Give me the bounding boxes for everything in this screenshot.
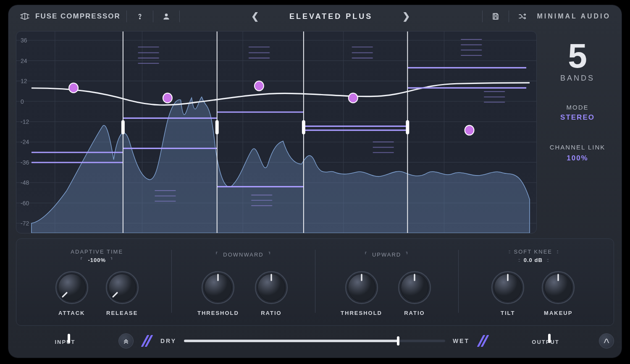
wet-label: WET [453, 338, 470, 344]
db-tick: -60 [21, 199, 29, 206]
adaptive-time-label: ADAPTIVE TIME [71, 249, 123, 255]
makeup-knob[interactable]: MAKEUP [540, 270, 576, 316]
input-expand-button[interactable] [118, 333, 134, 348]
divider [509, 10, 509, 22]
dry-label: DRY [160, 338, 176, 344]
brand-label: MINIMAL AUDIO [537, 13, 611, 20]
output-curve [32, 83, 530, 105]
svg-point-3 [139, 18, 140, 19]
db-tick: 24 [21, 57, 27, 64]
spectrum-analyser[interactable]: 3624120-12-24-36-48-60-72 [16, 31, 537, 233]
output-label: OUTPUT [532, 339, 559, 345]
preset-prev-button[interactable]: ❮ [251, 11, 260, 22]
decoration-stripes [475, 335, 491, 347]
db-tick: 0 [21, 98, 24, 105]
app-logo-icon [19, 12, 30, 21]
decoration-stripes [139, 335, 155, 347]
threshold-knob[interactable]: THRESHOLD [341, 270, 382, 316]
db-tick: 12 [21, 78, 27, 84]
db-tick: -36 [21, 159, 29, 166]
db-tick: -24 [21, 139, 29, 145]
channel-link-label: CHANNEL LINK [543, 143, 612, 152]
db-tick: -72 [21, 220, 29, 227]
band-split-handle[interactable] [302, 120, 305, 134]
input-label: INPUT [55, 339, 76, 345]
divider [458, 250, 459, 313]
bands-label: BANDS [543, 74, 612, 83]
db-tick: -12 [21, 118, 29, 125]
account-button[interactable] [159, 9, 173, 24]
release-knob[interactable]: RELEASE [104, 270, 140, 316]
db-tick: 36 [21, 37, 27, 44]
preset-next-button[interactable]: ❯ [402, 11, 411, 22]
svg-rect-6 [494, 17, 497, 19]
band-split-handle[interactable] [215, 120, 219, 134]
band-split-handle[interactable] [121, 120, 125, 134]
upward-label: UPWARD [372, 251, 401, 258]
tilt-knob[interactable]: TILT [490, 270, 526, 316]
divider [315, 250, 315, 313]
mix-slider[interactable] [184, 340, 445, 342]
band-node[interactable] [465, 126, 474, 135]
divider [171, 250, 172, 313]
band-split-handle[interactable] [406, 120, 409, 134]
attack-knob[interactable]: ATTACK [54, 270, 90, 316]
svg-point-4 [165, 13, 168, 16]
band-node[interactable] [255, 81, 264, 91]
db-tick: -48 [21, 179, 29, 186]
divider [126, 10, 127, 22]
band-node[interactable] [69, 83, 78, 93]
output-curve-button[interactable] [599, 333, 614, 348]
svg-rect-5 [494, 13, 497, 15]
band-node[interactable] [163, 93, 172, 103]
channel-link-value[interactable]: 100% [543, 154, 612, 162]
bands-count[interactable]: 5 [543, 40, 612, 71]
preset-name[interactable]: ELEVATED PLUS [276, 12, 386, 21]
help-button[interactable] [133, 9, 147, 24]
mode-label: MODE [543, 104, 612, 111]
divider [153, 10, 153, 22]
mode-value[interactable]: STEREO [543, 113, 612, 122]
ratio-knob[interactable]: RATIO [253, 270, 289, 316]
adaptive-time-value[interactable]: -100% [88, 257, 106, 263]
spectrum-fill [32, 97, 530, 233]
save-preset-button[interactable] [488, 9, 503, 24]
downward-label: DOWNWARD [223, 251, 263, 258]
product-name: FUSE COMPRESSOR [35, 12, 121, 21]
randomize-button[interactable] [515, 9, 529, 24]
ratio-knob[interactable]: RATIO [396, 270, 433, 316]
band-node[interactable] [349, 93, 358, 103]
divider [482, 10, 483, 22]
soft-knee-value[interactable]: 0.0 dB [524, 257, 543, 263]
threshold-knob[interactable]: THRESHOLD [197, 270, 239, 316]
soft-knee-label: SOFT KNEE [514, 249, 552, 255]
divider [179, 10, 180, 22]
